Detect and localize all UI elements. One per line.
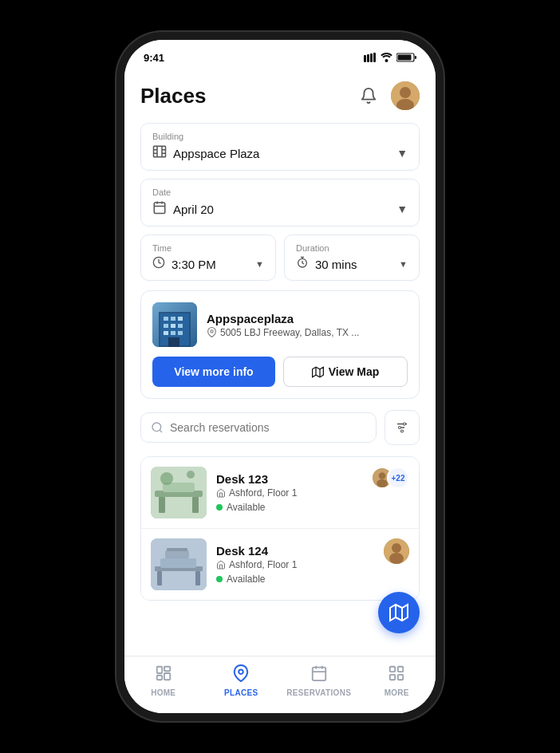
- svg-marker-63: [390, 605, 408, 621]
- svg-point-52: [377, 479, 388, 487]
- date-value-text: April 20: [173, 203, 214, 216]
- notification-bell-icon[interactable]: [356, 83, 381, 108]
- svg-point-62: [389, 553, 404, 564]
- desk-user-avatar-2: [384, 538, 409, 564]
- nav-item-more[interactable]: MORE: [358, 664, 436, 697]
- date-chevron-icon: ▼: [396, 203, 408, 215]
- nav-home-label: HOME: [151, 688, 175, 697]
- view-map-label: View Map: [329, 365, 380, 378]
- svg-point-40: [404, 423, 406, 425]
- search-input-wrap[interactable]: [140, 412, 377, 443]
- nav-reservations-label: RESERVATIONS: [286, 688, 351, 697]
- svg-rect-21: [164, 317, 168, 321]
- date-value-row: April 20 ▼: [152, 200, 408, 218]
- page-title: Places: [140, 84, 206, 108]
- svg-rect-2: [370, 53, 373, 62]
- svg-rect-57: [160, 558, 196, 568]
- filter-icon: [395, 420, 409, 435]
- svg-point-51: [379, 472, 386, 479]
- svg-rect-68: [164, 667, 170, 672]
- duration-value-left: 30 mins: [296, 256, 357, 272]
- svg-rect-56: [195, 571, 200, 585]
- date-field[interactable]: Date April 20 ▼: [140, 179, 420, 227]
- svg-point-70: [239, 669, 244, 674]
- svg-rect-0: [364, 55, 366, 62]
- time-field[interactable]: Time 3:30 PM ▼: [140, 235, 276, 281]
- building-field[interactable]: Building Appspace Plaza ▼: [140, 123, 420, 171]
- desk-name: Desk 124: [216, 544, 409, 558]
- desk-item[interactable]: Desk 123 Ashford, Floor 1 Available: [141, 457, 419, 529]
- svg-rect-6: [415, 56, 416, 59]
- svg-point-49: [187, 471, 195, 479]
- calendar-icon: [152, 200, 167, 218]
- time-value-text: 3:30 PM: [172, 258, 216, 271]
- user-avatar[interactable]: [391, 81, 420, 110]
- location-details: Appspaceplaza 5005 LBJ Freeway, Dallas, …: [207, 312, 359, 338]
- svg-point-41: [399, 427, 401, 429]
- map-fab-button[interactable]: [378, 592, 420, 633]
- desk-status: Available: [216, 502, 409, 513]
- header-icons: [356, 81, 420, 110]
- svg-rect-27: [164, 331, 168, 335]
- phone-frame: 9:41 Places: [124, 40, 436, 713]
- nav-item-home[interactable]: HOME: [124, 664, 203, 697]
- duration-field[interactable]: Duration 30 mins ▼: [284, 235, 420, 281]
- view-more-info-button[interactable]: View more info: [152, 357, 275, 387]
- time-chevron-icon: ▼: [255, 259, 264, 269]
- search-icon: [151, 421, 164, 434]
- svg-rect-11: [154, 146, 166, 157]
- clock-icon: [152, 256, 165, 272]
- svg-rect-30: [168, 337, 179, 347]
- svg-rect-78: [398, 675, 403, 680]
- duration-value-text: 30 mins: [315, 258, 357, 271]
- svg-point-42: [401, 430, 404, 432]
- svg-rect-69: [164, 673, 170, 680]
- desk-thumb-image: [151, 538, 207, 590]
- building-value-text: Appspace Plaza: [173, 147, 259, 160]
- location-info: Appspaceplaza 5005 LBJ Freeway, Dallas, …: [152, 302, 408, 347]
- desk-status-text: Available: [227, 574, 265, 585]
- desk-floor: Ashford, Floor 1: [216, 559, 409, 570]
- nav-item-places[interactable]: PLACES: [203, 664, 281, 697]
- desk-info: Desk 124 Ashford, Floor 1 Available: [216, 544, 409, 585]
- avatar-count-badge: +22: [387, 467, 409, 489]
- home-nav-icon: [155, 664, 172, 686]
- svg-rect-76: [398, 667, 403, 672]
- time-value-row: 3:30 PM ▼: [152, 256, 264, 272]
- desk-floor-text: Ashford, Floor 1: [229, 559, 297, 570]
- nav-item-reservations[interactable]: RESERVATIONS: [280, 664, 358, 697]
- building-label: Building: [152, 132, 408, 141]
- location-card: Appspaceplaza 5005 LBJ Freeway, Dallas, …: [140, 290, 420, 399]
- building-value-left: Appspace Plaza: [152, 144, 259, 162]
- timer-icon: [296, 256, 309, 272]
- desk-status-text: Available: [227, 502, 265, 513]
- building-icon: [152, 144, 167, 162]
- svg-rect-22: [171, 317, 175, 321]
- location-address: 5005 LBJ Freeway, Dallas, TX ...: [207, 327, 359, 338]
- app-header: Places: [140, 75, 420, 123]
- building-value-row: Appspace Plaza ▼: [152, 144, 408, 162]
- svg-marker-32: [312, 367, 323, 377]
- svg-rect-3: [373, 53, 376, 62]
- bottom-nav: HOME PLACES RESERVATIONS MORE: [124, 656, 436, 713]
- svg-point-35: [152, 423, 161, 432]
- desk-thumb-image: [151, 467, 207, 518]
- svg-rect-59: [167, 548, 187, 551]
- svg-rect-46: [192, 497, 199, 513]
- view-map-button[interactable]: View Map: [283, 357, 408, 387]
- nav-places-label: PLACES: [224, 688, 258, 697]
- svg-rect-58: [165, 550, 189, 558]
- filter-button[interactable]: [385, 410, 420, 445]
- svg-rect-45: [159, 497, 165, 513]
- location-actions: View more info View Map: [152, 357, 408, 387]
- svg-rect-55: [157, 571, 162, 585]
- date-label: Date: [152, 187, 408, 197]
- desk-item[interactable]: Desk 124 Ashford, Floor 1 Available: [141, 529, 419, 600]
- svg-rect-12: [154, 203, 165, 214]
- svg-point-61: [392, 543, 401, 553]
- location-name: Appspaceplaza: [207, 312, 359, 325]
- search-input[interactable]: [170, 421, 366, 434]
- time-duration-row: Time 3:30 PM ▼ Duration: [140, 235, 420, 281]
- nav-more-label: MORE: [385, 688, 409, 697]
- duration-label: Duration: [296, 243, 408, 253]
